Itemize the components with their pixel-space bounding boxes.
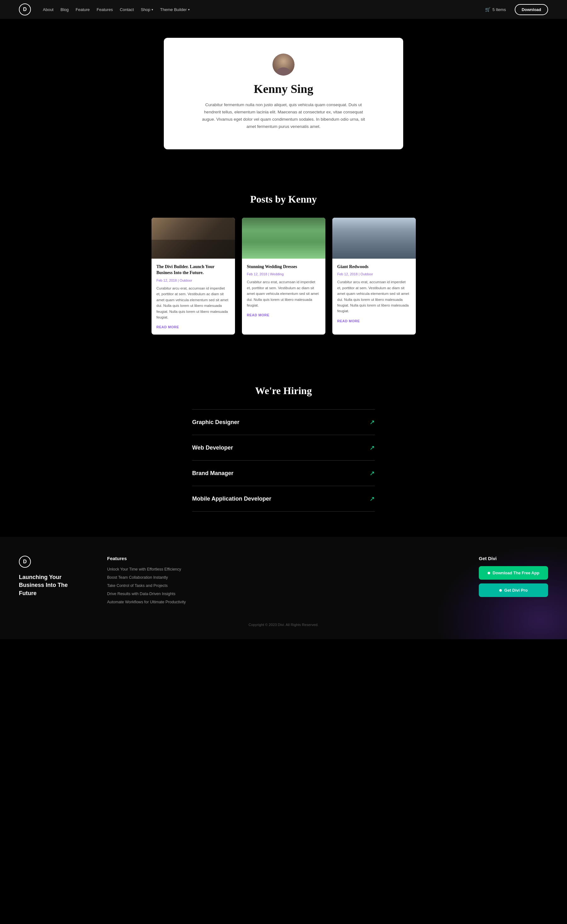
footer-link-item-2: Boost Team Collaboration Instantly	[107, 574, 454, 580]
avatar-image	[273, 54, 294, 76]
post-title-3: Giant Redwoods	[338, 264, 411, 270]
navbar: D About Blog Feature Features Contact Sh…	[0, 0, 567, 19]
hero-card: Kenny Sing Curabitur fermentum nulla non…	[164, 38, 403, 149]
footer-link-1[interactable]: Unlock Your Time with Effortless Efficie…	[107, 567, 181, 572]
footer-link-2[interactable]: Boost Team Collaboration Instantly	[107, 575, 168, 580]
post-title-1: The Divi Builder. Launch Your Business I…	[156, 264, 230, 276]
hiring-arrow-graphic-designer: ↗	[369, 418, 375, 426]
post-meta-2: Feb 12, 2018 | Wedding	[247, 272, 320, 276]
post-content-3: Giant Redwoods Feb 12, 2018 | Outdoor Cu…	[332, 259, 416, 328]
nav-logo: D	[19, 3, 31, 15]
post-title-2: Stunning Wedding Dresses	[247, 264, 320, 270]
footer-links-list: Unlock Your Time with Effortless Efficie…	[107, 566, 454, 604]
hiring-title-mobile-dev: Mobile Application Developer	[192, 495, 271, 502]
nav-shop[interactable]: Shop	[141, 7, 153, 12]
posts-section-title: Posts by Kenny	[6, 194, 561, 205]
post-meta-3: Feb 12, 2018 | Outdoor	[338, 272, 411, 276]
nav-about[interactable]: About	[43, 7, 54, 12]
hero-bio: Curabitur fermentum nulla non justo aliq…	[202, 102, 365, 130]
footer-link-5[interactable]: Automate Workflows for Ultimate Producti…	[107, 600, 186, 604]
post-card-1: The Divi Builder. Launch Your Business I…	[152, 218, 235, 335]
hiring-item-brand-manager[interactable]: Brand Manager ↗	[192, 460, 375, 486]
posts-section: Posts by Kenny The Divi Builder. Launch …	[0, 174, 567, 360]
hiring-arrow-web-developer: ↗	[369, 444, 375, 452]
post-excerpt-1: Curabitur arcu erat, accumsan id imperdi…	[156, 285, 230, 320]
footer-link-item-4: Drive Results with Data-Driven Insights	[107, 591, 454, 596]
footer-tagline: Launching Your Business Into The Future	[19, 573, 82, 597]
footer-pro-dot	[499, 589, 502, 592]
post-excerpt-2: Curabitur arcu erat, accumsan id imperdi…	[247, 279, 320, 308]
hiring-title-web-developer: Web Developer	[192, 444, 233, 451]
footer-brand: D Launching Your Business Into The Futur…	[19, 556, 82, 607]
hiring-list: Graphic Designer ↗ Web Developer ↗ Brand…	[192, 409, 375, 512]
hiring-arrow-brand-manager: ↗	[369, 470, 375, 477]
hiring-title-graphic-designer: Graphic Designer	[192, 419, 239, 426]
post-card-2: Stunning Wedding Dresses Feb 12, 2018 | …	[242, 218, 326, 335]
post-excerpt-3: Curabitur arcu erat, accumsan id imperdi…	[338, 279, 411, 314]
hero-name: Kenny Sing	[189, 82, 378, 96]
hiring-arrow-mobile-dev: ↗	[369, 495, 375, 502]
footer-link-3[interactable]: Take Control of Tasks and Projects	[107, 584, 168, 588]
post-content-2: Stunning Wedding Dresses Feb 12, 2018 | …	[242, 259, 326, 323]
footer-content: D Launching Your Business Into The Futur…	[19, 556, 548, 607]
post-content-1: The Divi Builder. Launch Your Business I…	[152, 259, 235, 335]
hiring-section-title: We're Hiring	[6, 385, 561, 397]
footer-copyright: Copyright © 2023 Divi. All Rights Reserv…	[19, 623, 548, 627]
post-meta-1: Feb 12, 2018 | Outdoor	[156, 279, 230, 282]
post-card-3: Giant Redwoods Feb 12, 2018 | Outdoor Cu…	[332, 218, 416, 335]
footer-pro-btn[interactable]: Get Divi Pro	[479, 584, 548, 597]
footer-link-item-1: Unlock Your Time with Effortless Efficie…	[107, 566, 454, 572]
avatar-body	[277, 68, 290, 76]
hiring-item-web-developer[interactable]: Web Developer ↗	[192, 435, 375, 460]
avatar	[273, 54, 294, 76]
hiring-item-graphic-designer[interactable]: Graphic Designer ↗	[192, 409, 375, 435]
footer-download-btn[interactable]: Download The Free App	[479, 566, 548, 580]
footer-get-divi: Get Divi Download The Free App Get Divi …	[479, 556, 548, 607]
post-image-3	[332, 218, 416, 259]
hiring-item-mobile-dev[interactable]: Mobile Application Developer ↗	[192, 486, 375, 512]
nav-feature[interactable]: Feature	[76, 7, 90, 12]
posts-grid: The Divi Builder. Launch Your Business I…	[148, 218, 419, 335]
nav-cart[interactable]: 5 Items	[485, 7, 506, 12]
footer-link-item-5: Automate Workflows for Ultimate Producti…	[107, 599, 454, 604]
read-more-2[interactable]: READ MORE	[247, 313, 270, 317]
post-image-2	[242, 218, 326, 259]
hero-section: Kenny Sing Curabitur fermentum nulla non…	[0, 19, 567, 174]
nav-features[interactable]: Features	[97, 7, 113, 12]
footer-link-item-3: Take Control of Tasks and Projects	[107, 582, 454, 588]
footer-features-title: Features	[107, 556, 454, 561]
footer-download-dot	[488, 572, 490, 574]
nav-theme-builder[interactable]: Theme Builder	[160, 7, 190, 12]
footer-features: Features Unlock Your Time with Effortles…	[107, 556, 454, 607]
nav-download-button[interactable]: Download	[515, 4, 548, 15]
read-more-3[interactable]: READ MORE	[338, 319, 360, 323]
nav-contact[interactable]: Contact	[120, 7, 134, 12]
footer-link-4[interactable]: Drive Results with Data-Driven Insights	[107, 592, 176, 596]
post-image-1	[152, 218, 235, 259]
read-more-1[interactable]: READ MORE	[156, 325, 179, 329]
footer: D Launching Your Business Into The Futur…	[0, 537, 567, 639]
hiring-title-brand-manager: Brand Manager	[192, 470, 233, 477]
footer-get-divi-title: Get Divi	[479, 556, 548, 561]
nav-links: About Blog Feature Features Contact Shop…	[43, 7, 476, 12]
footer-logo: D	[19, 556, 31, 568]
cart-icon	[485, 7, 490, 12]
nav-blog[interactable]: Blog	[60, 7, 69, 12]
hiring-section: We're Hiring Graphic Designer ↗ Web Deve…	[0, 360, 567, 537]
